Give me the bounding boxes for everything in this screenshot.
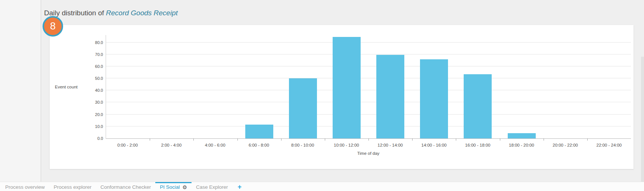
x-axis-labels: 0:00 - 2:002:00 - 4:004:00 - 6:006:00 - …: [106, 143, 631, 147]
axis-tick: [193, 138, 194, 141]
x-axis-title: Time of day: [106, 151, 631, 156]
tab-label: Conformance Checker: [100, 184, 151, 190]
bar-slot: [237, 35, 281, 138]
bars-container: [106, 35, 631, 138]
chart-card: Event count 0.010.020.030.040.050.060.07…: [50, 25, 634, 169]
axis-tick: [587, 138, 588, 141]
chart-title: Daily distribution of Record Goods Recei…: [44, 9, 178, 17]
bar-slot: [368, 35, 412, 138]
bar-slot: [456, 35, 500, 138]
tab-label: Process overview: [5, 184, 45, 190]
x-tick-label: 0:00 - 2:00: [106, 143, 149, 147]
bar[interactable]: [333, 37, 361, 138]
activity-link[interactable]: Record Goods Receipt: [106, 9, 178, 17]
scrollbar[interactable]: [641, 57, 644, 182]
y-tick-label: 80.0: [84, 40, 103, 45]
add-tab-button[interactable]: +: [233, 182, 247, 191]
bar-slot: [281, 35, 325, 138]
x-tick-label: 8:00 - 10:00: [281, 143, 324, 147]
bar-slot: [325, 35, 368, 138]
x-tick-label: 6:00 - 8:00: [237, 143, 281, 147]
axis-tick: [412, 138, 413, 141]
bar[interactable]: [245, 125, 273, 138]
tab-label: Process explorer: [54, 184, 91, 190]
bar-slot: [544, 35, 587, 138]
axis-tick: [150, 138, 150, 141]
app-window: Daily distribution of Record Goods Recei…: [0, 0, 644, 191]
tab-process-explorer[interactable]: Process explorer: [49, 182, 96, 191]
x-tick-label: 22:00 - 24:00: [587, 143, 631, 147]
axis-tick: [281, 138, 281, 141]
bar[interactable]: [289, 78, 317, 138]
tab-case-explorer[interactable]: Case Explorer: [192, 182, 233, 191]
tab-pi-social[interactable]: PI Social⚙: [155, 182, 192, 191]
x-tick-label: 16:00 - 18:00: [456, 143, 500, 147]
x-tick-label: 10:00 - 12:00: [324, 143, 368, 147]
bar[interactable]: [464, 74, 492, 138]
y-tick-label: 40.0: [84, 88, 103, 93]
tab-bar: Process overviewProcess explorerConforma…: [0, 182, 644, 191]
bar[interactable]: [508, 133, 536, 138]
left-panel: [0, 0, 41, 182]
chart-title-text: Daily distribution of: [44, 9, 106, 17]
x-tick-label: 18:00 - 20:00: [500, 143, 543, 147]
tab-label: Case Explorer: [196, 184, 228, 190]
y-tick-label: 10.0: [84, 124, 103, 129]
bar-slot: [150, 35, 193, 138]
x-tick-label: 14:00 - 16:00: [412, 143, 456, 147]
axis-tick: [500, 138, 500, 141]
axis-tick: [237, 138, 238, 141]
bar[interactable]: [376, 55, 404, 138]
step-badge[interactable]: 8: [43, 16, 63, 37]
plot-area: 0.010.020.030.040.050.060.070.080.0: [106, 35, 631, 139]
tab-label: PI Social: [160, 184, 180, 190]
y-tick-label: 70.0: [84, 52, 103, 57]
y-tick-label: 60.0: [84, 64, 103, 69]
bar-slot: [587, 35, 631, 138]
axis-tick: [544, 138, 544, 141]
tab-conformance-checker[interactable]: Conformance Checker: [96, 182, 155, 191]
bar-slot: [106, 35, 150, 138]
gear-icon[interactable]: ⚙: [182, 185, 187, 190]
x-tick-label: 20:00 - 22:00: [544, 143, 587, 147]
y-tick-label: 20.0: [84, 112, 103, 117]
x-tick-label: 12:00 - 14:00: [368, 143, 412, 147]
step-badge-number: 8: [50, 21, 56, 32]
x-tick-label: 4:00 - 6:00: [193, 143, 237, 147]
x-tick-label: 2:00 - 4:00: [149, 143, 193, 147]
bar[interactable]: [420, 59, 448, 138]
y-tick-label: 50.0: [84, 76, 103, 81]
axis-tick: [456, 138, 456, 141]
axis-tick: [368, 138, 369, 141]
bar-slot: [412, 35, 456, 138]
bar-slot: [193, 35, 237, 138]
axis-tick: [325, 138, 325, 141]
tab-process-overview[interactable]: Process overview: [1, 182, 49, 191]
y-tick-label: 30.0: [84, 100, 103, 104]
y-tick-label: 0.0: [84, 136, 103, 141]
bar-slot: [500, 35, 544, 138]
